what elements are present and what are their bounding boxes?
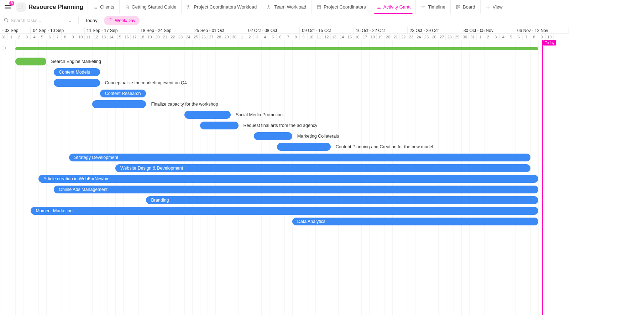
day-cell[interactable]: 6 xyxy=(277,34,284,40)
day-cell[interactable]: 22 xyxy=(400,34,408,40)
task-bar[interactable] xyxy=(254,132,292,140)
task-bar[interactable] xyxy=(92,100,146,108)
day-cell[interactable]: 4 xyxy=(31,34,38,40)
task-bar[interactable]: Website Design & Development xyxy=(115,164,530,172)
day-cell[interactable]: 9 xyxy=(538,34,546,40)
day-cell[interactable]: 29 xyxy=(454,34,461,40)
day-cell[interactable]: 18 xyxy=(369,34,377,40)
day-cell[interactable]: 17 xyxy=(361,34,369,40)
day-cell[interactable]: 27 xyxy=(208,34,215,40)
day-cell[interactable]: 20 xyxy=(154,34,162,40)
day-cell[interactable]: 5 xyxy=(38,34,46,40)
day-cell[interactable]: 4 xyxy=(261,34,269,40)
task-bar[interactable]: Moment Marketing xyxy=(31,207,538,215)
day-cell[interactable]: 10 xyxy=(308,34,315,40)
day-cell[interactable]: 23 xyxy=(407,34,415,40)
tab-tw[interactable]: Team Workload xyxy=(262,0,311,14)
day-cell[interactable]: 6 xyxy=(46,34,54,40)
day-cell[interactable]: 21 xyxy=(161,34,169,40)
task-bar[interactable] xyxy=(15,58,46,65)
day-cell[interactable]: 16 xyxy=(123,34,131,40)
day-cell[interactable]: 10 xyxy=(546,34,554,40)
day-cell[interactable]: 16 xyxy=(354,34,361,40)
summary-bar[interactable] xyxy=(15,47,538,50)
tab-timeline[interactable]: Timeline xyxy=(415,0,450,14)
day-cell[interactable]: 26 xyxy=(200,34,208,40)
gantt-scroll[interactable]: - 03 Sep04 Sep - 10 Sep11 Sep - 17 Sep18… xyxy=(0,27,644,315)
day-cell[interactable]: 29 xyxy=(223,34,231,40)
day-cell[interactable]: 13 xyxy=(331,34,339,40)
day-cell[interactable]: 1 xyxy=(238,34,246,40)
tab-guide[interactable]: Getting Started Guide xyxy=(119,0,182,14)
task-bar[interactable]: Strategy Development xyxy=(69,154,530,161)
task-bar[interactable]: Data Analytics xyxy=(292,218,538,225)
day-cell[interactable]: 11 xyxy=(85,34,93,40)
day-cell[interactable]: 2 xyxy=(15,34,23,40)
task-bar[interactable]: Branding xyxy=(146,196,538,204)
day-cell[interactable]: 8 xyxy=(62,34,69,40)
day-cell[interactable]: 5 xyxy=(507,34,515,40)
day-cell[interactable]: 25 xyxy=(423,34,431,40)
task-bar[interactable]: Article creation in WebForNewbie xyxy=(38,175,538,183)
day-cell[interactable]: 31 xyxy=(469,34,477,40)
task-bar[interactable]: Content Models xyxy=(54,68,100,76)
task-bar[interactable]: Online Ads Management xyxy=(54,186,538,193)
tab-pc[interactable]: Project Coordinators xyxy=(311,0,371,14)
day-cell[interactable]: 4 xyxy=(500,34,508,40)
task-bar[interactable] xyxy=(200,122,239,129)
day-cell[interactable]: 31 xyxy=(0,34,8,40)
day-cell[interactable]: 18 xyxy=(138,34,146,40)
day-cell[interactable]: 28 xyxy=(446,34,454,40)
day-cell[interactable]: 21 xyxy=(392,34,400,40)
tab-clients[interactable]: Clients xyxy=(88,0,119,14)
tab-addview[interactable]: View xyxy=(480,0,508,14)
day-cell[interactable]: 15 xyxy=(346,34,354,40)
day-cell[interactable]: 20 xyxy=(384,34,392,40)
day-cell[interactable]: 6 xyxy=(515,34,523,40)
tab-pcw[interactable]: Project Coordinators Workload xyxy=(181,0,262,14)
day-cell[interactable]: 10 xyxy=(77,34,85,40)
day-cell[interactable]: 7 xyxy=(54,34,62,40)
day-cell[interactable]: 23 xyxy=(177,34,185,40)
day-cell[interactable]: 30 xyxy=(231,34,239,40)
zoom-pill[interactable]: Week/Day xyxy=(104,16,140,25)
day-cell[interactable]: 19 xyxy=(146,34,154,40)
day-cell[interactable]: 24 xyxy=(415,34,423,40)
day-cell[interactable]: 13 xyxy=(100,34,108,40)
day-cell[interactable]: 12 xyxy=(92,34,100,40)
day-cell[interactable]: 8 xyxy=(530,34,538,40)
day-cell[interactable]: 9 xyxy=(69,34,77,40)
day-cell[interactable]: 28 xyxy=(215,34,223,40)
task-bar[interactable]: Content Research xyxy=(100,90,146,97)
day-cell[interactable]: 3 xyxy=(23,34,31,40)
day-cell[interactable]: 24 xyxy=(184,34,192,40)
day-cell[interactable]: 27 xyxy=(438,34,446,40)
day-cell[interactable]: 2 xyxy=(484,34,492,40)
search-dropdown[interactable]: ⌄ xyxy=(66,18,74,23)
day-cell[interactable]: 12 xyxy=(323,34,331,40)
day-cell[interactable]: 9 xyxy=(300,34,308,40)
day-cell[interactable]: 1 xyxy=(477,34,485,40)
space-icon[interactable] xyxy=(16,2,26,12)
day-cell[interactable]: 19 xyxy=(377,34,384,40)
tab-board[interactable]: Board xyxy=(450,0,480,14)
day-cell[interactable]: 11 xyxy=(315,34,323,40)
day-cell[interactable]: 7 xyxy=(523,34,530,40)
day-cell[interactable]: 14 xyxy=(108,34,115,40)
today-button[interactable]: Today xyxy=(83,16,100,25)
day-cell[interactable]: 15 xyxy=(115,34,123,40)
day-cell[interactable]: 22 xyxy=(169,34,177,40)
day-cell[interactable]: 8 xyxy=(292,34,300,40)
task-bar[interactable] xyxy=(54,79,100,87)
day-cell[interactable]: 26 xyxy=(430,34,438,40)
day-cell[interactable]: 25 xyxy=(192,34,200,40)
day-cell[interactable]: 30 xyxy=(461,34,469,40)
day-cell[interactable]: 17 xyxy=(131,34,138,40)
search-input[interactable] xyxy=(11,18,64,23)
task-bar[interactable] xyxy=(184,111,231,119)
menu-button[interactable]: 8 xyxy=(3,2,13,12)
day-cell[interactable]: 1 xyxy=(8,34,16,40)
day-cell[interactable]: 2 xyxy=(246,34,254,40)
day-cell[interactable]: 5 xyxy=(269,34,277,40)
day-cell[interactable]: 7 xyxy=(284,34,292,40)
